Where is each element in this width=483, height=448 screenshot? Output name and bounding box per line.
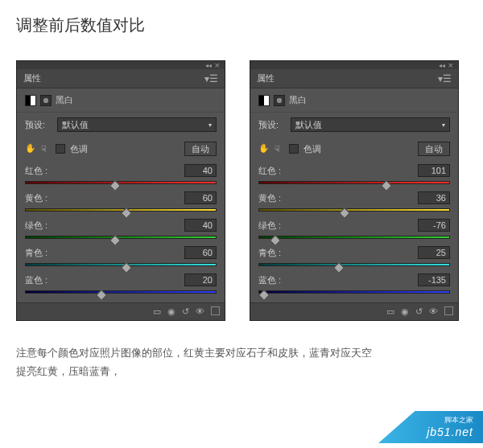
slider-cyan-track[interactable] <box>25 261 217 269</box>
preset-row: 预设: 默认值 ▾ <box>17 113 225 137</box>
panel-footer: ▭ ◉ ↺ 👁 <box>250 302 458 320</box>
preset-label: 预设: <box>258 119 286 131</box>
slider-cyan-label: 青色 : <box>25 247 47 259</box>
clip-icon[interactable]: ▭ <box>153 306 161 317</box>
trash-icon[interactable] <box>211 306 220 315</box>
preset-select[interactable]: 默认值 ▾ <box>291 117 450 132</box>
slider-green-label: 绿色 : <box>25 220 47 232</box>
panel-header-label: 属性 <box>23 72 41 84</box>
adjustment-name: 黑白 <box>289 94 307 106</box>
tint-row: ✋ ☟ 色调 自动 <box>250 137 458 161</box>
slider-green-value[interactable]: 40 <box>184 219 217 232</box>
watermark-sub: 脚本之家 <box>444 415 473 425</box>
slider-yellow-value[interactable]: 36 <box>418 191 450 204</box>
slider-red-label: 红色 : <box>25 165 47 177</box>
visibility-icon[interactable]: 👁 <box>196 306 204 317</box>
slider-cyan: 青色 :60 <box>25 246 217 269</box>
slider-cyan: 青色 :25 <box>258 246 450 269</box>
panel-footer: ▭ ◉ ↺ 👁 <box>17 302 225 320</box>
slider-yellow-track[interactable] <box>258 206 450 214</box>
slider-blue-track[interactable] <box>25 288 217 296</box>
panel-options-icon[interactable]: ▾☰ <box>204 73 218 84</box>
preset-value: 默认值 <box>62 119 89 131</box>
slider-blue-value[interactable]: 20 <box>184 273 217 286</box>
slider-red: 红色 :40 <box>25 164 217 187</box>
preset-select[interactable]: 默认值 ▾ <box>57 117 217 132</box>
trash-icon[interactable] <box>444 306 453 315</box>
panel-top-bar: ◂◂ × <box>250 61 458 69</box>
panel-before: ◂◂ × 属性 ▾☰ 黑白 预设: 默认值 ▾ ✋ ☟ 色调 自动 <box>16 60 225 321</box>
target-tool-icon[interactable]: ☟ <box>41 144 51 154</box>
caption-line1: 注意每个颜色对应照片图像的部位，红黄主要对应石子和皮肤，蓝青对应天空 <box>16 343 467 362</box>
tint-label: 色调 <box>70 143 88 155</box>
sliders-group: 红色 :40 黄色 :60 绿色 :40 青色 :60 蓝色 :20 <box>17 161 225 302</box>
slider-yellow-track[interactable] <box>25 206 217 214</box>
hand-tool-icon[interactable]: ✋ <box>25 143 36 154</box>
tint-checkbox[interactable] <box>56 144 65 154</box>
panel-header-label: 属性 <box>257 72 275 84</box>
slider-red-track[interactable] <box>258 179 450 187</box>
slider-red-value[interactable]: 40 <box>184 164 217 177</box>
slider-green-track[interactable] <box>258 233 450 241</box>
panel-menu-icon[interactable]: × <box>215 60 220 70</box>
slider-blue: 蓝色 :-135 <box>258 273 450 296</box>
chevron-down-icon: ▾ <box>442 121 445 129</box>
slider-blue-label: 蓝色 : <box>258 274 281 286</box>
preset-label: 预设: <box>25 119 52 131</box>
adjustment-name: 黑白 <box>56 94 73 106</box>
slider-red-label: 红色 : <box>258 165 281 177</box>
clip-icon[interactable]: ▭ <box>386 306 394 317</box>
sliders-group: 红色 :101 黄色 :36 绿色 :-76 青色 :25 蓝色 :-135 <box>250 161 458 302</box>
slider-cyan-value[interactable]: 60 <box>184 246 217 259</box>
slider-blue-track[interactable] <box>258 288 450 296</box>
reset-icon[interactable]: ↺ <box>415 306 423 317</box>
auto-button[interactable]: 自动 <box>418 142 450 156</box>
slider-green: 绿色 :-76 <box>258 219 450 241</box>
slider-green: 绿色 :40 <box>25 219 217 241</box>
preset-row: 预设: 默认值 ▾ <box>250 113 458 137</box>
slider-green-track[interactable] <box>25 233 217 241</box>
tint-label: 色调 <box>303 143 321 155</box>
adjustment-type-row: 黑白 <box>17 88 225 113</box>
slider-yellow: 黄色 :36 <box>258 191 450 214</box>
panel-header: 属性 ▾☰ <box>250 69 458 88</box>
visibility-icon[interactable]: 👁 <box>429 306 438 317</box>
collapse-icon[interactable]: ◂◂ <box>439 62 445 69</box>
slider-yellow: 黄色 :60 <box>25 191 217 214</box>
page-title: 调整前后数值对比 <box>0 0 483 44</box>
slider-blue-value[interactable]: -135 <box>418 273 450 286</box>
reset-icon[interactable]: ↺ <box>182 306 189 317</box>
slider-yellow-label: 黄色 : <box>258 192 281 204</box>
adjustment-type-row: 黑白 <box>250 88 458 113</box>
auto-button[interactable]: 自动 <box>184 142 217 156</box>
slider-blue-label: 蓝色 : <box>25 274 47 286</box>
hand-tool-icon[interactable]: ✋ <box>258 143 270 154</box>
chevron-down-icon: ▾ <box>208 121 212 129</box>
mask-thumb-icon <box>40 95 52 106</box>
slider-green-label: 绿色 : <box>258 220 281 232</box>
slider-green-value[interactable]: -76 <box>418 219 450 232</box>
comparison-panels: ◂◂ × 属性 ▾☰ 黑白 预设: 默认值 ▾ ✋ ☟ 色调 自动 <box>0 44 483 329</box>
view-prev-icon[interactable]: ◉ <box>401 306 409 317</box>
panel-header: 属性 ▾☰ <box>17 69 225 88</box>
watermark-text: jb51.net <box>427 425 473 438</box>
panel-options-icon[interactable]: ▾☰ <box>438 73 452 84</box>
watermark: 脚本之家 jb51.net <box>378 411 483 443</box>
slider-cyan-track[interactable] <box>258 261 450 269</box>
slider-yellow-value[interactable]: 60 <box>184 191 217 204</box>
caption: 注意每个颜色对应照片图像的部位，红黄主要对应石子和皮肤，蓝青对应天空 提亮红黄，… <box>0 329 483 381</box>
bw-thumb-icon <box>258 95 270 106</box>
target-tool-icon[interactable]: ☟ <box>275 144 284 154</box>
slider-red-track[interactable] <box>25 179 217 187</box>
bw-thumb-icon <box>25 95 36 106</box>
slider-red: 红色 :101 <box>258 164 450 187</box>
panel-menu-icon[interactable]: × <box>448 60 453 70</box>
slider-cyan-value[interactable]: 25 <box>418 246 450 259</box>
panel-top-bar: ◂◂ × <box>17 61 225 69</box>
collapse-icon[interactable]: ◂◂ <box>205 62 212 69</box>
slider-red-value[interactable]: 101 <box>418 164 450 177</box>
mask-thumb-icon <box>274 95 285 106</box>
tint-checkbox[interactable] <box>289 144 299 154</box>
slider-cyan-label: 青色 : <box>258 247 281 259</box>
view-prev-icon[interactable]: ◉ <box>167 306 175 317</box>
